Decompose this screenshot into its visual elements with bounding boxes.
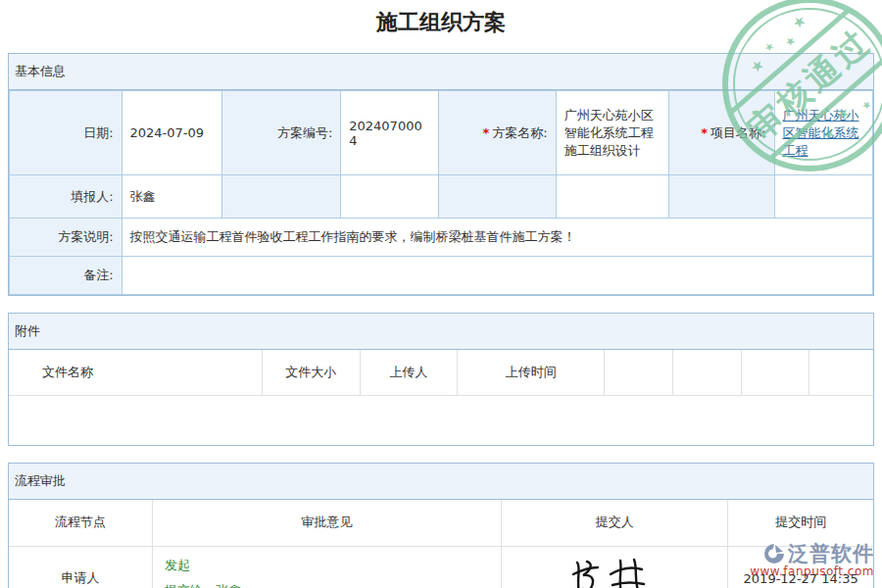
basic-info-section-title: 基本信息: [9, 54, 873, 90]
plan-no-label: 方案编号:: [221, 91, 341, 175]
basic-info-table: 日期: 2024-07-09 方案编号: 2024070004 *方案名称: 广…: [9, 90, 873, 295]
empty-label-cell: [221, 175, 341, 219]
required-asterisk-icon: *: [482, 125, 489, 140]
col-header-file-name: 文件名称: [9, 350, 262, 396]
plan-no-value: 2024070004: [341, 91, 439, 175]
project-name-link[interactable]: 广州天心苑小区智能化系统工程: [783, 108, 859, 158]
attachments-empty-area: [9, 396, 873, 445]
empty-value-cell: [556, 175, 668, 219]
col-header-upload-time: 上传时间: [458, 350, 605, 396]
remark-label: 备注:: [10, 257, 122, 295]
opinion-submitted-to: 提交给：张鑫: [165, 578, 489, 588]
flow-node-value: 申请人: [9, 547, 152, 588]
attachments-section: 附件 文件名称 文件大小 上传人 上传时间: [8, 313, 874, 446]
description-label: 方案说明:: [10, 219, 122, 257]
col-header-submit-time: 提交时间: [728, 500, 873, 547]
reporter-label: 填报人:: [10, 175, 122, 219]
approval-flow-section-title: 流程审批: [9, 464, 873, 500]
description-value: 按照交通运输工程首件验收工程工作指南的要求，编制桥梁桩基首件施工方案！: [122, 219, 872, 257]
empty-value-cell: [341, 175, 439, 219]
reporter-value: 张鑫: [122, 175, 221, 219]
attachments-section-title: 附件: [9, 314, 873, 350]
signature-image: [567, 555, 662, 588]
col-header-uploader: 上传人: [360, 350, 458, 396]
remark-value: [122, 257, 872, 295]
project-name-label: *项目名称:: [669, 91, 774, 175]
plan-name-label: *方案名称:: [438, 91, 556, 175]
date-label: 日期:: [10, 91, 122, 175]
col-header-empty: [672, 350, 741, 396]
project-name-cell: 广州天心苑小区智能化系统工程: [774, 91, 873, 175]
page-title: 施工组织方案: [0, 0, 882, 37]
col-header-file-size: 文件大小: [262, 350, 360, 396]
approval-opinion-cell: 发起 提交给：张鑫: [152, 547, 501, 588]
basic-info-section: 基本信息 日期: 2024-07-09 方案编号: 2024070004 *方案…: [8, 53, 874, 296]
fanpu-brand-name: 泛普软件: [788, 543, 874, 564]
submitter-signature-cell: [502, 547, 728, 588]
empty-label-cell: [669, 175, 774, 219]
attachments-table: 文件名称 文件大小 上传人 上传时间: [9, 350, 873, 445]
col-header-flow-node: 流程节点: [9, 500, 152, 547]
fanpu-logo-icon: [762, 542, 786, 565]
col-header-submitter: 提交人: [502, 500, 728, 547]
col-header-approval-opinion: 审批意见: [152, 500, 501, 547]
empty-value-cell: [774, 175, 873, 219]
col-header-empty: [809, 350, 873, 396]
plan-name-value: 广州天心苑小区智能化系统工程施工组织设计: [556, 91, 668, 175]
col-header-empty: [605, 350, 673, 396]
opinion-action: 发起: [165, 553, 489, 578]
empty-label-cell: [438, 175, 556, 219]
submit-time-value: 2019-12-27 14:35: [744, 571, 858, 586]
date-value: 2024-07-09: [122, 91, 221, 175]
required-asterisk-icon: *: [701, 125, 708, 140]
col-header-empty: [741, 350, 809, 396]
